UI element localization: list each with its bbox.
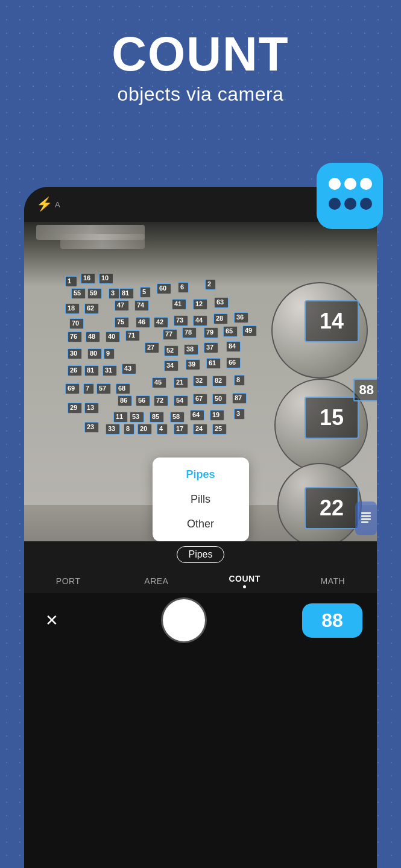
large-number-15: 15 bbox=[305, 397, 359, 439]
num-box-40: 40 bbox=[106, 332, 120, 342]
num-box-24: 24 bbox=[193, 424, 207, 435]
num-box-1: 1 bbox=[65, 276, 77, 287]
num-box-29: 29 bbox=[68, 403, 82, 414]
num-box-45: 45 bbox=[152, 377, 166, 388]
camera-view[interactable]: 1161055593815606218624774411263707546427… bbox=[24, 222, 377, 541]
num-box-48: 48 bbox=[86, 332, 100, 342]
num-box-38: 38 bbox=[184, 344, 198, 355]
num-box-79: 79 bbox=[204, 327, 218, 338]
num-box-25: 25 bbox=[212, 424, 227, 435]
num-box-86: 86 bbox=[118, 395, 132, 406]
num-box-53: 53 bbox=[130, 412, 144, 423]
num-box-19: 19 bbox=[210, 410, 224, 421]
num-box-16: 16 bbox=[81, 273, 95, 284]
num-box-78: 78 bbox=[182, 327, 197, 338]
subtitle: objects via camera bbox=[0, 83, 401, 105]
flash-symbol: ⚡ bbox=[36, 197, 52, 212]
bottom-tabs: PORT AREA COUNT MATH bbox=[24, 570, 377, 593]
num-box-55: 55 bbox=[71, 288, 86, 299]
svg-rect-0 bbox=[361, 512, 371, 514]
num-box-23: 23 bbox=[84, 422, 99, 433]
num-box-32: 32 bbox=[193, 376, 207, 386]
tab-count[interactable]: COUNT bbox=[201, 574, 289, 588]
num-box-44: 44 bbox=[193, 315, 207, 326]
num-box-63: 63 bbox=[214, 297, 229, 308]
num-box-30: 30 bbox=[68, 348, 82, 359]
right-side-icon[interactable] bbox=[355, 502, 377, 535]
main-title: COUNT bbox=[0, 30, 401, 78]
phone-frame: ⚡ A i 1161055593815606218624774411263707… bbox=[24, 187, 377, 868]
num-box-81: 81 bbox=[84, 365, 99, 376]
num-box-6: 6 bbox=[178, 282, 189, 293]
action-bar: ✕ 88 bbox=[24, 593, 377, 647]
app-icon-dots bbox=[329, 178, 371, 214]
flash-auto-label: A bbox=[55, 200, 60, 209]
dot-1 bbox=[329, 178, 341, 190]
svg-rect-3 bbox=[361, 521, 368, 523]
dropdown-item-pills[interactable]: Pills bbox=[153, 487, 249, 512]
large-number-22: 22 bbox=[305, 487, 359, 529]
num-box-72: 72 bbox=[154, 395, 168, 406]
count-display-button[interactable]: 88 bbox=[302, 603, 362, 638]
num-box-84: 84 bbox=[226, 341, 241, 352]
num-box-65: 65 bbox=[223, 326, 238, 337]
num-box-42: 42 bbox=[154, 317, 168, 328]
num-box-50: 50 bbox=[212, 394, 227, 404]
num-box-12: 12 bbox=[193, 299, 207, 310]
active-tab-indicator bbox=[243, 585, 246, 588]
list-icon bbox=[360, 510, 372, 527]
num-box-21: 21 bbox=[174, 377, 188, 388]
num-box-3: 3 bbox=[109, 288, 119, 299]
dot-5 bbox=[344, 198, 356, 210]
num-box-77: 77 bbox=[163, 329, 177, 340]
num-box-8: 8 bbox=[234, 375, 245, 386]
num-box-4: 4 bbox=[157, 424, 168, 435]
dropdown-item-pipes[interactable]: Pipes bbox=[153, 462, 249, 487]
num-box-3: 3 bbox=[234, 409, 245, 420]
num-box-75: 75 bbox=[115, 317, 129, 328]
num-box-8: 8 bbox=[124, 424, 134, 435]
num-box-43: 43 bbox=[122, 363, 136, 374]
header-section: COUNT objects via camera bbox=[0, 0, 401, 118]
tab-area[interactable]: AREA bbox=[112, 576, 200, 586]
flash-icon[interactable]: ⚡ A bbox=[36, 197, 60, 212]
num-box-31: 31 bbox=[103, 365, 117, 376]
dropdown-menu[interactable]: Pipes Pills Other bbox=[153, 458, 249, 541]
dot-4 bbox=[329, 198, 341, 210]
tab-math[interactable]: MATH bbox=[289, 576, 377, 586]
num-box-73: 73 bbox=[174, 315, 188, 326]
num-box-13: 13 bbox=[84, 403, 99, 414]
num-box-34: 34 bbox=[164, 360, 178, 371]
num-box-82: 82 bbox=[212, 376, 227, 386]
num-box-49: 49 bbox=[242, 326, 257, 336]
num-box-11: 11 bbox=[113, 412, 128, 423]
num-box-5: 5 bbox=[140, 287, 151, 298]
num-box-27: 27 bbox=[145, 342, 159, 353]
num-box-87: 87 bbox=[232, 393, 247, 404]
num-box-47: 47 bbox=[115, 300, 129, 311]
shutter-button[interactable] bbox=[163, 599, 205, 641]
dropdown-item-other[interactable]: Other bbox=[153, 512, 249, 536]
num-box-20: 20 bbox=[137, 424, 152, 435]
close-button[interactable]: ✕ bbox=[39, 607, 65, 634]
num-box-81: 81 bbox=[119, 288, 134, 299]
selected-category-label: Pipes bbox=[177, 546, 224, 563]
num-box-76: 76 bbox=[68, 332, 82, 342]
dot-3 bbox=[360, 178, 372, 190]
num-box-54: 54 bbox=[174, 395, 188, 406]
dot-6 bbox=[360, 198, 372, 210]
num-box-10: 10 bbox=[99, 273, 113, 284]
num-box-57: 57 bbox=[96, 383, 111, 394]
camera-bottom-bar: Pipes bbox=[24, 541, 377, 570]
num-box-74: 74 bbox=[134, 300, 149, 311]
pipe-number-88: 88 bbox=[353, 379, 377, 401]
num-box-46: 46 bbox=[136, 317, 150, 328]
app-icon[interactable] bbox=[317, 163, 383, 229]
tab-port[interactable]: PORT bbox=[24, 576, 112, 586]
num-box-61: 61 bbox=[206, 358, 221, 369]
num-box-52: 52 bbox=[164, 345, 178, 356]
num-box-59: 59 bbox=[87, 288, 102, 299]
close-icon: ✕ bbox=[45, 611, 58, 630]
num-box-28: 28 bbox=[213, 313, 228, 324]
num-box-9: 9 bbox=[104, 348, 115, 359]
